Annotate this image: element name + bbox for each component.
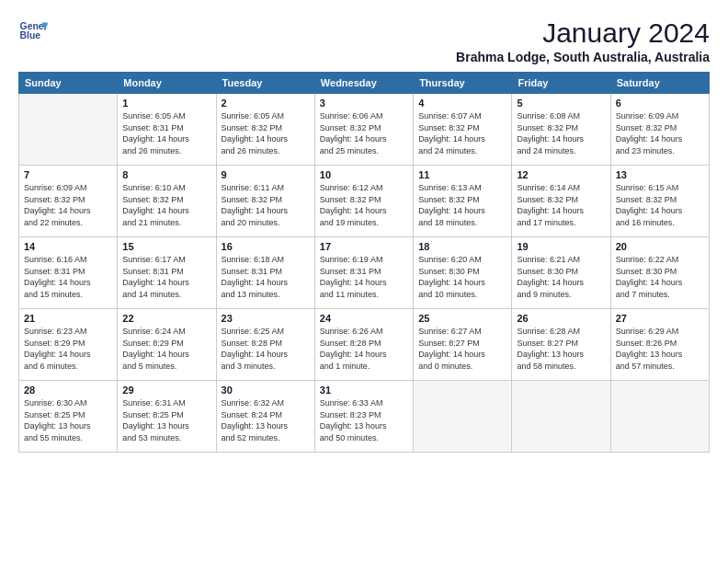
day-cell: 24Sunrise: 6:26 AM Sunset: 8:28 PM Dayli… <box>314 309 413 381</box>
day-number: 17 <box>320 241 408 252</box>
day-info: Sunrise: 6:17 AM Sunset: 8:31 PM Dayligh… <box>122 254 210 300</box>
day-info: Sunrise: 6:06 AM Sunset: 8:32 PM Dayligh… <box>320 110 408 156</box>
day-number: 29 <box>122 385 210 396</box>
header-day-monday: Monday <box>118 73 216 94</box>
day-number: 24 <box>320 313 408 324</box>
day-cell <box>19 94 118 166</box>
day-info: Sunrise: 6:21 AM Sunset: 8:30 PM Dayligh… <box>517 254 605 300</box>
week-row-4: 21Sunrise: 6:23 AM Sunset: 8:29 PM Dayli… <box>19 309 710 381</box>
day-info: Sunrise: 6:11 AM Sunset: 8:32 PM Dayligh… <box>222 182 310 228</box>
day-info: Sunrise: 6:18 AM Sunset: 8:31 PM Dayligh… <box>222 254 310 300</box>
day-cell <box>610 381 709 453</box>
header-day-wednesday: Wednesday <box>314 73 413 94</box>
day-info: Sunrise: 6:24 AM Sunset: 8:29 PM Dayligh… <box>122 326 210 372</box>
day-cell: 4Sunrise: 6:07 AM Sunset: 8:32 PM Daylig… <box>414 94 512 166</box>
day-cell: 22Sunrise: 6:24 AM Sunset: 8:29 PM Dayli… <box>118 309 216 381</box>
day-cell: 13Sunrise: 6:15 AM Sunset: 8:32 PM Dayli… <box>610 166 709 237</box>
day-cell: 5Sunrise: 6:08 AM Sunset: 8:32 PM Daylig… <box>512 94 610 166</box>
title-area: January 2024 Brahma Lodge, South Austral… <box>456 17 710 64</box>
day-cell: 14Sunrise: 6:16 AM Sunset: 8:31 PM Dayli… <box>19 237 118 309</box>
day-info: Sunrise: 6:14 AM Sunset: 8:32 PM Dayligh… <box>517 182 605 228</box>
day-number: 21 <box>24 313 112 324</box>
day-cell: 6Sunrise: 6:09 AM Sunset: 8:32 PM Daylig… <box>610 94 709 166</box>
week-row-1: 1Sunrise: 6:05 AM Sunset: 8:31 PM Daylig… <box>19 94 710 166</box>
day-number: 7 <box>24 169 112 180</box>
day-cell <box>512 381 610 453</box>
day-cell: 10Sunrise: 6:12 AM Sunset: 8:32 PM Dayli… <box>314 166 413 237</box>
day-info: Sunrise: 6:10 AM Sunset: 8:32 PM Dayligh… <box>122 182 210 228</box>
day-info: Sunrise: 6:27 AM Sunset: 8:27 PM Dayligh… <box>418 326 506 372</box>
day-cell: 18Sunrise: 6:20 AM Sunset: 8:30 PM Dayli… <box>414 237 512 309</box>
day-cell <box>414 381 512 453</box>
day-info: Sunrise: 6:33 AM Sunset: 8:23 PM Dayligh… <box>320 397 408 443</box>
week-row-3: 14Sunrise: 6:16 AM Sunset: 8:31 PM Dayli… <box>19 237 710 309</box>
day-number: 27 <box>616 313 704 324</box>
day-info: Sunrise: 6:09 AM Sunset: 8:32 PM Dayligh… <box>616 110 704 156</box>
week-row-5: 28Sunrise: 6:30 AM Sunset: 8:25 PM Dayli… <box>19 381 710 453</box>
header-day-saturday: Saturday <box>610 73 709 94</box>
day-cell: 9Sunrise: 6:11 AM Sunset: 8:32 PM Daylig… <box>216 166 314 237</box>
day-info: Sunrise: 6:08 AM Sunset: 8:32 PM Dayligh… <box>517 110 605 156</box>
day-cell: 15Sunrise: 6:17 AM Sunset: 8:31 PM Dayli… <box>118 237 216 309</box>
subtitle: Brahma Lodge, South Australia, Australia <box>456 50 710 64</box>
day-number: 9 <box>222 169 310 180</box>
day-number: 19 <box>517 241 605 252</box>
day-info: Sunrise: 6:05 AM Sunset: 8:32 PM Dayligh… <box>222 110 310 156</box>
day-cell: 30Sunrise: 6:32 AM Sunset: 8:24 PM Dayli… <box>216 381 314 453</box>
calendar-table: SundayMondayTuesdayWednesdayThursdayFrid… <box>18 72 710 453</box>
day-cell: 31Sunrise: 6:33 AM Sunset: 8:23 PM Dayli… <box>314 381 413 453</box>
day-info: Sunrise: 6:16 AM Sunset: 8:31 PM Dayligh… <box>24 254 112 300</box>
day-cell: 17Sunrise: 6:19 AM Sunset: 8:31 PM Dayli… <box>314 237 413 309</box>
day-number: 4 <box>418 98 506 109</box>
main-title: January 2024 <box>456 17 710 50</box>
header-day-sunday: Sunday <box>19 73 118 94</box>
day-number: 10 <box>320 169 408 180</box>
day-cell: 20Sunrise: 6:22 AM Sunset: 8:30 PM Dayli… <box>610 237 709 309</box>
header-day-thursday: Thursday <box>414 73 512 94</box>
day-number: 12 <box>517 169 605 180</box>
day-info: Sunrise: 6:31 AM Sunset: 8:25 PM Dayligh… <box>122 397 210 443</box>
day-cell: 26Sunrise: 6:28 AM Sunset: 8:27 PM Dayli… <box>512 309 610 381</box>
day-number: 1 <box>122 98 210 109</box>
day-cell: 12Sunrise: 6:14 AM Sunset: 8:32 PM Dayli… <box>512 166 610 237</box>
day-info: Sunrise: 6:09 AM Sunset: 8:32 PM Dayligh… <box>24 182 112 228</box>
day-info: Sunrise: 6:05 AM Sunset: 8:31 PM Dayligh… <box>122 110 210 156</box>
day-number: 26 <box>517 313 605 324</box>
day-number: 5 <box>517 98 605 109</box>
day-number: 16 <box>222 241 310 252</box>
day-info: Sunrise: 6:20 AM Sunset: 8:30 PM Dayligh… <box>418 254 506 300</box>
day-cell: 29Sunrise: 6:31 AM Sunset: 8:25 PM Dayli… <box>118 381 216 453</box>
day-number: 15 <box>122 241 210 252</box>
day-cell: 23Sunrise: 6:25 AM Sunset: 8:28 PM Dayli… <box>216 309 314 381</box>
day-number: 23 <box>222 313 310 324</box>
day-info: Sunrise: 6:25 AM Sunset: 8:28 PM Dayligh… <box>222 326 310 372</box>
day-info: Sunrise: 6:12 AM Sunset: 8:32 PM Dayligh… <box>320 182 408 228</box>
week-row-2: 7Sunrise: 6:09 AM Sunset: 8:32 PM Daylig… <box>19 166 710 237</box>
logo: General Blue <box>18 17 48 46</box>
logo-icon: General Blue <box>18 17 48 46</box>
calendar-page: General Blue January 2024 Brahma Lodge, … <box>0 0 728 563</box>
day-cell: 19Sunrise: 6:21 AM Sunset: 8:30 PM Dayli… <box>512 237 610 309</box>
day-number: 8 <box>122 169 210 180</box>
header: General Blue January 2024 Brahma Lodge, … <box>18 17 710 64</box>
day-cell: 3Sunrise: 6:06 AM Sunset: 8:32 PM Daylig… <box>314 94 413 166</box>
day-cell: 21Sunrise: 6:23 AM Sunset: 8:29 PM Dayli… <box>19 309 118 381</box>
day-number: 3 <box>320 98 408 109</box>
day-cell: 7Sunrise: 6:09 AM Sunset: 8:32 PM Daylig… <box>19 166 118 237</box>
day-info: Sunrise: 6:26 AM Sunset: 8:28 PM Dayligh… <box>320 326 408 372</box>
day-number: 13 <box>616 169 704 180</box>
header-day-friday: Friday <box>512 73 610 94</box>
day-cell: 28Sunrise: 6:30 AM Sunset: 8:25 PM Dayli… <box>19 381 118 453</box>
day-info: Sunrise: 6:29 AM Sunset: 8:26 PM Dayligh… <box>616 326 704 372</box>
day-number: 2 <box>222 98 310 109</box>
day-cell: 1Sunrise: 6:05 AM Sunset: 8:31 PM Daylig… <box>118 94 216 166</box>
day-info: Sunrise: 6:28 AM Sunset: 8:27 PM Dayligh… <box>517 326 605 372</box>
header-row: SundayMondayTuesdayWednesdayThursdayFrid… <box>19 73 710 94</box>
day-number: 22 <box>122 313 210 324</box>
header-day-tuesday: Tuesday <box>216 73 314 94</box>
day-cell: 11Sunrise: 6:13 AM Sunset: 8:32 PM Dayli… <box>414 166 512 237</box>
day-number: 6 <box>616 98 704 109</box>
day-number: 30 <box>222 385 310 396</box>
day-info: Sunrise: 6:13 AM Sunset: 8:32 PM Dayligh… <box>418 182 506 228</box>
day-cell: 25Sunrise: 6:27 AM Sunset: 8:27 PM Dayli… <box>414 309 512 381</box>
